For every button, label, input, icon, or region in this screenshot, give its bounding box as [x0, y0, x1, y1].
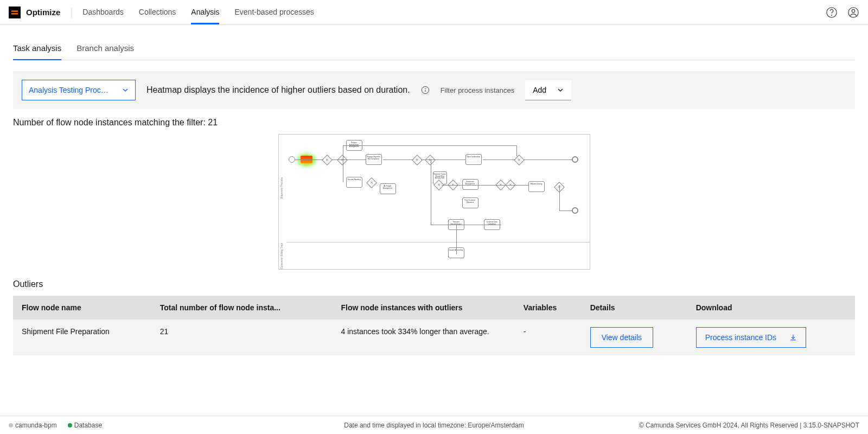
col-flow-node-name[interactable]: Flow node name	[13, 296, 151, 320]
gateway[interactable]	[412, 155, 423, 165]
gateway[interactable]	[322, 155, 333, 165]
outliers-table: Flow node name Total number of flow node…	[13, 296, 855, 355]
chevron-down-icon	[122, 87, 129, 93]
process-select-label: Analysis Testing Proce...	[29, 86, 110, 94]
outliers-heading: Outliers	[13, 279, 855, 289]
help-icon[interactable]	[826, 7, 838, 18]
start-event[interactable]	[289, 156, 295, 163]
col-details[interactable]: Details	[582, 296, 687, 320]
analysis-tabs: Task analysis Branch analysis	[13, 38, 855, 60]
info-icon[interactable]	[421, 86, 430, 94]
download-ids-button[interactable]: Process instance IDs	[696, 327, 807, 348]
svg-point-8	[425, 88, 425, 89]
download-icon	[789, 334, 797, 341]
app-header: Optimize Dashboards Collections Analysis…	[0, 0, 868, 25]
task[interactable]: Balance Closing	[528, 181, 545, 192]
svg-point-5	[852, 9, 855, 12]
heatmap-description: Heatmap displays the incidence of higher…	[146, 85, 410, 95]
gateway[interactable]	[337, 155, 348, 165]
gateway[interactable]	[366, 177, 377, 188]
task[interactable]: Air Freight Arrangement	[380, 183, 396, 194]
task[interactable]: Close Confirmation	[465, 154, 482, 165]
gateway[interactable]	[425, 155, 436, 165]
task[interactable]: Prepare Shipment File Compliance	[366, 154, 382, 165]
control-panel: Analysis Testing Proce... Heatmap displa…	[13, 71, 855, 109]
filter-label: Filter process instances	[441, 86, 515, 94]
end-event[interactable]	[572, 156, 578, 163]
chevron-down-icon	[557, 87, 564, 93]
end-event[interactable]	[572, 207, 578, 214]
main-nav: Dashboards Collections Analysis Event-ba…	[82, 0, 314, 24]
view-details-button[interactable]: View details	[590, 327, 653, 348]
table-row: Shipment File Preparation 21 4 instances…	[13, 320, 855, 355]
svg-point-3	[832, 15, 832, 15]
nav-analysis[interactable]: Analysis	[191, 0, 219, 24]
logo	[9, 7, 21, 18]
task[interactable]: Investment Arrangement	[462, 179, 478, 190]
bpmn-diagram-container: Shipment Process Customer Billing Dept P…	[13, 134, 855, 270]
nav-dashboards[interactable]: Dashboards	[82, 0, 124, 24]
cell-total: 21	[151, 320, 333, 355]
cell-name: Shipment File Preparation	[13, 320, 151, 355]
col-download[interactable]: Download	[687, 296, 855, 320]
process-select[interactable]: Analysis Testing Proce...	[22, 80, 136, 100]
task[interactable]: Post Customer Clearance	[462, 197, 478, 208]
cell-variables: -	[515, 320, 582, 355]
product-name: Optimize	[26, 8, 60, 17]
col-total[interactable]: Total number of flow node insta...	[151, 296, 333, 320]
tab-branch-analysis[interactable]: Branch analysis	[76, 38, 134, 60]
gateway[interactable]	[514, 155, 525, 165]
svg-rect-1	[11, 13, 18, 14]
user-icon[interactable]	[847, 7, 859, 18]
bpmn-diagram[interactable]: Shipment Process Customer Billing Dept P…	[278, 134, 590, 270]
col-variables[interactable]: Variables	[515, 296, 582, 320]
nav-collections[interactable]: Collections	[139, 0, 176, 24]
svg-rect-0	[11, 10, 18, 11]
cell-outliers: 4 instances took 334% longer than averag…	[333, 320, 515, 355]
task[interactable]: Decision Handling	[346, 177, 362, 188]
tab-task-analysis[interactable]: Task analysis	[13, 38, 61, 60]
instance-count: Number of flow node instances matching t…	[13, 118, 855, 127]
col-outliers[interactable]: Flow node instances with outliers	[333, 296, 515, 320]
add-filter-button[interactable]: Add	[525, 80, 571, 100]
nav-event-processes[interactable]: Event-based processes	[234, 0, 314, 24]
